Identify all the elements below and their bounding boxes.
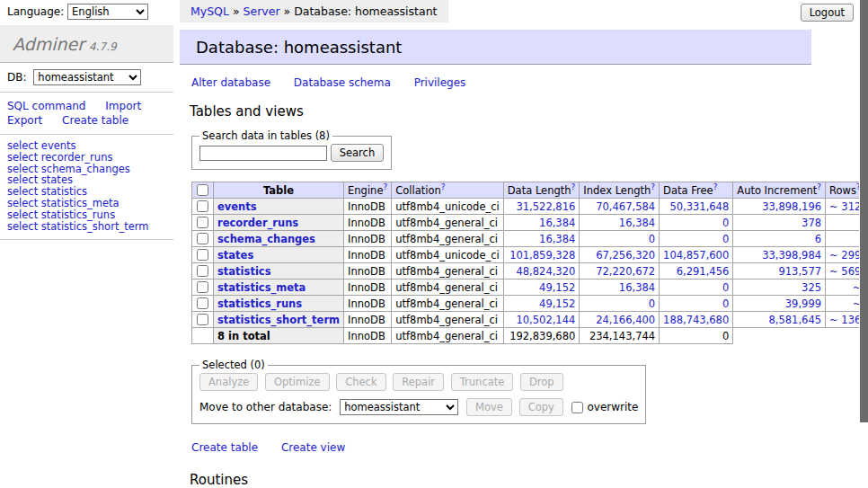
table-name-cell: schema_changes [214,231,344,247]
move-row: Move to other database: homeassistant Mo… [199,398,638,416]
table-name-cell: states [214,247,344,263]
breadcrumb: MySQL » Server » Database: homeassistant [180,0,448,22]
create-table-link[interactable]: Create table [191,441,258,454]
help-link[interactable]: ? [383,182,387,191]
row-checkbox[interactable] [197,217,208,228]
search-button[interactable]: Search [331,144,385,162]
table-name-link[interactable]: statistics_meta [217,281,306,294]
selected-legend: Selected (0) [199,359,268,371]
engine-cell: InnoDB [344,296,392,312]
overwrite-checkbox[interactable] [571,402,583,413]
sidebar-import-link[interactable]: Import [105,100,141,112]
language-bar: Language: English [7,4,148,20]
table-name-cell: statistics_meta [214,279,344,296]
sidebar-select-table-link[interactable]: select recorder_runs [7,152,166,164]
sidebar-select-table-link[interactable]: select events [7,140,166,152]
sidebar-select-table-link[interactable]: select statistics_meta [7,198,166,209]
language-label: Language: [7,5,64,18]
privileges-link[interactable]: Privileges [414,76,466,89]
index-length-cell: 72,220,672 [580,263,660,279]
selected-action-buttons: Analyze Optimize Check Repair Truncate D… [199,373,638,391]
column-header-table: Table [214,182,344,199]
table-name-link[interactable]: events [217,200,257,213]
row-checkbox[interactable] [197,200,208,212]
row-checkbox[interactable] [197,281,208,293]
engine-cell: InnoDB [344,279,392,296]
move-db-select[interactable]: homeassistant [340,399,458,415]
selected-action-button[interactable]: Analyze [199,373,258,391]
table-name-cell: statistics [214,263,344,279]
table-row: events InnoDB utf8mb4_unicode_ci 31,522,… [192,199,868,215]
sidebar-select-table-link[interactable]: select statistics_runs [7,209,166,221]
search-input[interactable] [199,146,327,161]
data-length-cell: 49,152 [503,296,580,312]
table-row: statistics InnoDB utf8mb4_general_ci 48,… [192,263,868,279]
help-link[interactable]: ? [817,182,821,191]
table-name-link[interactable]: statistics_short_term [217,314,340,326]
sidebar-export-link[interactable]: Export [7,114,42,127]
row-checkbox[interactable] [197,297,208,309]
row-checkbox[interactable] [197,265,208,277]
data-length-cell: 10,502,144 [503,312,580,328]
create-view-link[interactable]: Create view [281,441,345,454]
row-checkbox[interactable] [197,314,208,325]
data-length-cell: 49,152 [503,279,580,296]
auto-increment-cell: 33,898,196 [733,199,826,215]
help-link[interactable]: ? [713,182,718,191]
app-version: 4.7.9 [89,40,117,53]
sidebar-select-table-link[interactable]: select statistics_short_term [7,221,166,233]
app-name: Adminer [13,34,84,54]
scrollbar-track[interactable] [859,0,868,488]
language-select[interactable]: English [67,4,148,20]
auto-increment-cell: 39,999 [733,296,826,312]
data-free-cell: 0 [660,296,733,312]
breadcrumb-separator: » [284,4,291,18]
index-length-cell: 16,384 [580,215,660,231]
table-name-link[interactable]: states [217,249,253,262]
breadcrumb-mysql-link[interactable]: MySQL [190,4,229,18]
collation-cell: utf8mb4_unicode_ci [392,199,504,215]
move-button[interactable]: Move [466,398,512,416]
auto-increment-cell: 378 [733,215,826,231]
total-data-free-cell: 0 [660,328,733,344]
collation-cell: utf8mb4_general_ci [392,296,504,312]
engine-cell: InnoDB [344,231,392,247]
sidebar-create-table-link[interactable]: Create table [62,114,128,127]
column-header: Auto Increment? [733,182,826,199]
help-link[interactable]: ? [651,182,655,191]
row-checkbox[interactable] [197,249,208,261]
table-name-link[interactable]: schema_changes [217,233,315,245]
breadcrumb-server-link[interactable]: Server [244,4,280,18]
sidebar-sql-command-link[interactable]: SQL command [7,100,85,112]
selected-action-button[interactable]: Drop [520,373,563,391]
copy-button[interactable]: Copy [519,398,563,416]
data-free-cell: 0 [660,215,733,231]
table-row: statistics_short_term InnoDB utf8mb4_gen… [192,312,868,328]
help-link[interactable]: ? [441,182,446,191]
table-name-cell: recorder_runs [214,215,344,231]
selected-action-button[interactable]: Truncate [451,373,514,391]
row-checkbox[interactable] [197,233,208,244]
index-length-cell: 70,467,584 [580,199,660,215]
table-row: schema_changes InnoDB utf8mb4_general_ci… [192,231,868,247]
help-link[interactable]: ? [571,182,576,191]
column-header: Data Length? [503,182,580,199]
auto-increment-cell: 913,577 [733,263,826,279]
db-select[interactable]: homeassistant [33,69,141,85]
selected-action-button[interactable]: Check [336,373,385,391]
selected-action-button[interactable]: Repair [393,373,444,391]
select-all-cell [192,182,214,199]
table-name-link[interactable]: statistics [217,265,271,278]
table-name-link[interactable]: statistics_runs [217,297,302,310]
scrollbar-thumb[interactable] [860,0,868,422]
data-free-cell: 188,743,680 [660,312,733,328]
collation-cell: utf8mb4_general_ci [392,215,504,231]
app-title: Adminer4.7.9 [0,25,173,63]
select-all-checkbox[interactable] [197,184,208,196]
selected-action-button[interactable]: Optimize [265,373,330,391]
logout-button[interactable]: Logout [801,4,854,22]
table-name-link[interactable]: recorder_runs [217,217,298,229]
row-checkbox-cell [192,296,214,312]
database-schema-link[interactable]: Database schema [294,76,391,89]
alter-database-link[interactable]: Alter database [191,76,270,89]
